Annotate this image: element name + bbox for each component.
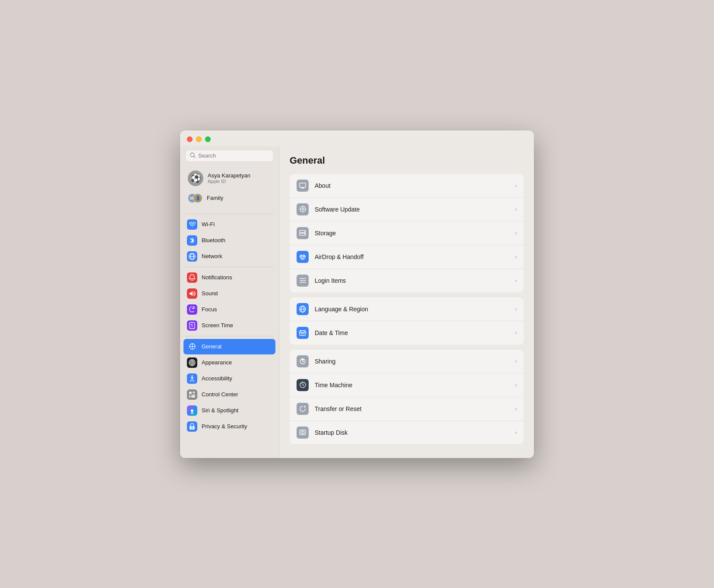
sidebar-item-general[interactable]: General [183,339,275,354]
datetime-chevron: › [515,329,517,336]
user-account-item[interactable]: ⚽ Asya Karapetyan Apple ID [185,169,274,188]
network-icon [187,251,197,262]
svg-rect-20 [189,395,190,398]
search-input[interactable] [198,152,269,159]
settings-row-login[interactable]: Login Items › [290,269,524,292]
sidebar: ⚽ Asya Karapetyan Apple ID SM 👤 Family [180,146,279,458]
settings-row-software[interactable]: Software Update › [290,198,524,221]
family-avatar-2: 👤 [193,193,202,203]
general-icon [187,341,197,352]
svg-rect-19 [193,394,195,395]
airdrop-icon [297,251,309,263]
user-name: Asya Karapetyan [208,172,250,179]
system-preferences-window: ⚽ Asya Karapetyan Apple ID SM 👤 Family [180,130,534,458]
about-label: About [315,182,509,189]
settings-row-datetime[interactable]: Date & Time › [290,321,524,345]
sidebar-item-accessibility[interactable]: Accessibility [183,371,275,386]
control-center-icon [187,389,197,400]
language-icon [297,303,309,315]
timemachine-chevron: › [515,382,517,388]
settings-row-timemachine[interactable]: Time Machine › [290,373,524,397]
svg-point-39 [304,234,305,235]
sidebar-item-label-screentime: Screen Time [202,322,233,329]
sidebar-group-connectivity: Wi-Fi Bluetooth [180,217,279,264]
appearance-icon [187,357,197,368]
settings-row-transfer[interactable]: Transfer or Reset › [290,397,524,421]
time-machine-label: Time Machine [315,382,509,389]
svg-rect-21 [191,395,195,398]
sidebar-item-focus[interactable]: Focus [183,302,275,317]
svg-rect-52 [301,333,302,334]
sidebar-group-alerts: Notifications Sound [180,270,279,333]
time-machine-icon [297,379,309,391]
sidebar-item-label-network: Network [202,253,222,259]
sharing-label: Sharing [315,358,509,365]
sidebar-item-siri[interactable]: Siri & Spotlight [183,403,275,418]
sidebar-item-appearance[interactable]: Appearance [183,355,275,370]
startup-disk-icon [297,427,309,439]
settings-row-airdrop[interactable]: AirDrop & Handoff › [290,245,524,269]
sidebar-item-sound[interactable]: Sound [183,286,275,301]
sidebar-item-label-bluetooth: Bluetooth [202,237,225,243]
search-bar[interactable] [185,150,274,162]
minimize-button[interactable] [196,136,202,142]
sidebar-group-system: General Appearance [180,339,279,434]
settings-row-about[interactable]: About › [290,174,524,198]
login-items-label: Login Items [315,277,509,284]
sidebar-item-label-appearance: Appearance [202,359,232,366]
notifications-icon [187,272,197,283]
search-icon [190,152,196,159]
sidebar-item-network[interactable]: Network [183,249,275,264]
software-update-icon [297,203,309,215]
settings-row-storage[interactable]: Storage › [290,221,524,245]
about-icon [297,180,309,192]
sidebar-item-screentime[interactable]: Screen Time [183,318,275,333]
svg-point-38 [304,231,305,232]
svg-rect-27 [300,183,306,187]
sidebar-item-label-sound: Sound [202,290,218,297]
settings-row-sharing[interactable]: Sharing › [290,350,524,373]
sharing-icon [297,355,309,367]
close-button[interactable] [187,136,193,142]
divider-3 [185,336,274,336]
svg-point-26 [192,427,193,428]
login-items-icon [297,275,309,287]
sidebar-item-label-focus: Focus [202,306,217,313]
svg-rect-54 [303,333,304,334]
accessibility-icon [187,373,197,384]
screentime-icon [187,320,197,331]
maximize-button[interactable] [205,136,211,142]
language-chevron: › [515,306,517,312]
sidebar-item-privacy[interactable]: Privacy & Security [183,419,275,434]
airdrop-label: AirDrop & Handoff [315,253,509,260]
divider-2 [185,267,274,267]
settings-group-3: Sharing › Time Machine › [290,350,524,444]
sidebar-item-controlcenter[interactable]: Control Center [183,387,275,402]
siri-icon [187,405,197,416]
family-item[interactable]: SM 👤 Family [185,190,274,206]
sidebar-item-label-general: General [202,343,221,350]
startup-disk-label: Startup Disk [315,429,509,436]
avatar: ⚽ [188,171,203,186]
settings-row-startup[interactable]: Startup Disk › [290,421,524,444]
svg-point-31 [302,209,303,210]
sidebar-item-bluetooth[interactable]: Bluetooth [183,233,275,248]
svg-point-15 [192,362,193,363]
sidebar-item-label-siri: Siri & Spotlight [202,407,238,414]
svg-rect-18 [193,392,195,393]
svg-rect-53 [302,333,303,334]
sidebar-item-label-notifications: Notifications [202,274,232,281]
user-subtitle: Apple ID [208,179,250,184]
family-avatars: SM 👤 [188,192,203,204]
svg-point-59 [302,432,303,433]
settings-group-1: About › Software Update [290,174,524,292]
sidebar-item-wifi[interactable]: Wi-Fi [183,217,275,232]
settings-row-language[interactable]: Language & Region › [290,297,524,321]
sidebar-item-label-privacy: Privacy & Security [202,423,247,430]
family-label: Family [207,195,223,201]
sidebar-item-notifications[interactable]: Notifications [183,270,275,285]
svg-rect-48 [300,331,306,335]
startup-chevron: › [515,429,517,436]
airdrop-chevron: › [515,253,517,260]
svg-point-41 [302,256,304,258]
